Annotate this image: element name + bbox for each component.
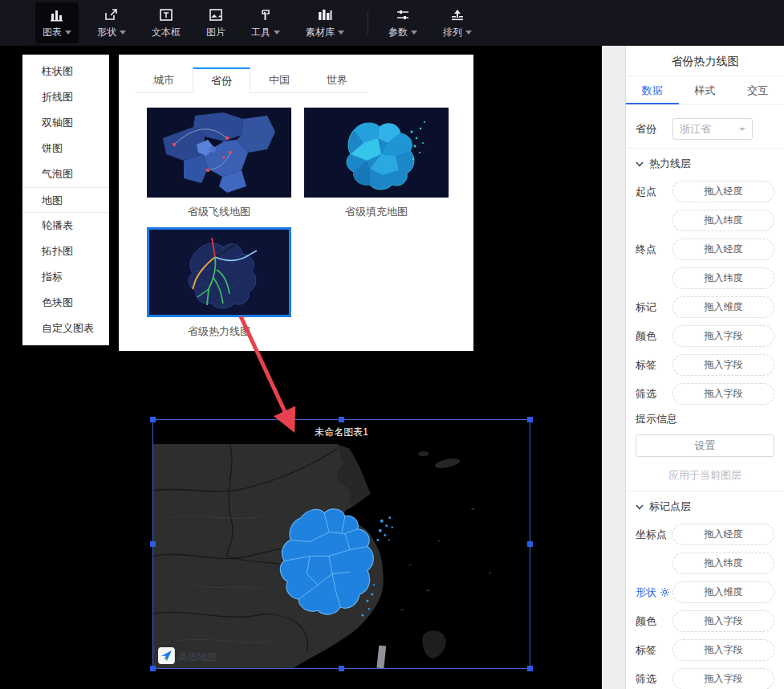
chevron-down-icon — [274, 31, 280, 35]
drop-zone-longitude[interactable]: 拖入经度 — [672, 524, 774, 545]
drop-zone-field[interactable]: 拖入字段 — [672, 325, 774, 347]
tool-arrange-button[interactable]: 排列 — [436, 2, 479, 43]
thumbnail-province-heatline-map[interactable]: 省级热力线图 — [147, 227, 291, 347]
field-label-shape: 形状 — [636, 585, 672, 600]
menu-item-indicator[interactable]: 指标 — [22, 264, 109, 290]
drop-zone-longitude[interactable]: 拖入经度 — [672, 238, 774, 260]
tool-params-button[interactable]: 参数 — [381, 2, 424, 43]
tool-charts-button[interactable]: 图表 — [35, 2, 79, 43]
map-flyout-panel: 城市 省份 中国 世界 — [119, 55, 473, 351]
arrange-align-icon — [449, 6, 465, 22]
panel-gutter — [602, 46, 625, 689]
apply-to-layer-button[interactable]: 应用于当前图层 — [636, 468, 774, 483]
field-label: 颜色 — [636, 614, 672, 629]
resize-handle-bottom-left[interactable] — [150, 666, 156, 671]
drop-zone-dimension[interactable]: 拖入维度 — [672, 581, 774, 603]
tool-image-button[interactable]: 图片 — [199, 2, 233, 43]
thumbnail-label: 省级填充地图 — [304, 198, 449, 227]
tab-city[interactable]: 城市 — [135, 67, 193, 92]
menu-item-pie-chart[interactable]: 饼图 — [22, 136, 109, 161]
resize-handle-top-right[interactable] — [527, 417, 533, 422]
field-label: 坐标点 — [636, 528, 672, 542]
field-row: 筛选 拖入字段 — [636, 668, 774, 689]
tab-style[interactable]: 样式 — [679, 76, 732, 104]
amap-logo — [158, 647, 175, 664]
tool-tools-button[interactable]: 工具 — [244, 2, 287, 43]
drop-zone-field[interactable]: 拖入字段 — [672, 383, 774, 405]
map-attribution-text: 高德地图 — [178, 651, 217, 662]
chart-widget-selected[interactable]: 未命名图表1 — [152, 419, 530, 669]
thumbnail-label: 省级热力线图 — [147, 317, 291, 347]
field-row: 标签 拖入字段 — [636, 354, 774, 376]
menu-item-bubble-chart[interactable]: 气泡图 — [22, 161, 109, 187]
field-label-text: 形状 — [636, 585, 656, 600]
thumbnail-province-filled-map[interactable]: 省级填充地图 — [304, 108, 449, 227]
tooltip-info-label: 提示信息 — [636, 412, 774, 426]
menu-item-custom-chart[interactable]: 自定义图表 — [22, 316, 109, 341]
properties-panel: 省份热力线图 数据 样式 交互 省份 浙江省 热力线层 起点 拖入经度 拖入纬度 — [625, 46, 784, 689]
image-icon — [208, 6, 224, 22]
tab-world[interactable]: 世界 — [308, 67, 366, 92]
drop-zone-latitude[interactable]: 拖入纬度 — [672, 210, 774, 231]
toolbar-separator — [368, 11, 368, 35]
chevron-down-icon — [338, 31, 344, 35]
drop-zone-field[interactable]: 拖入字段 — [672, 354, 774, 376]
tool-library-button[interactable]: 素材库 — [299, 2, 351, 43]
drop-zone-longitude[interactable]: 拖入经度 — [672, 181, 774, 202]
tool-textbox-button[interactable]: 文本框 — [144, 2, 188, 43]
menu-item-topology[interactable]: 拓扑图 — [22, 238, 109, 264]
drop-zone-latitude[interactable]: 拖入纬度 — [672, 267, 774, 289]
resize-handle-top-center[interactable] — [339, 417, 344, 422]
resize-handle-bottom-center[interactable] — [339, 666, 344, 671]
divider — [626, 148, 784, 149]
tab-province[interactable]: 省份 — [193, 67, 250, 93]
menu-item-dual-axis[interactable]: 双轴图 — [22, 110, 109, 136]
tool-label: 图表 — [43, 26, 62, 39]
section-heatline-layer[interactable]: 热力线层 — [636, 157, 774, 171]
tab-interaction[interactable]: 交互 — [731, 76, 784, 104]
field-label: 起点 — [636, 185, 672, 199]
tool-label: 文本框 — [152, 26, 181, 39]
gear-icon[interactable] — [660, 587, 670, 597]
field-row: 坐标点 拖入经度 — [636, 524, 774, 545]
divider — [626, 491, 784, 491]
chevron-down-icon — [636, 504, 644, 510]
field-row: 颜色 拖入字段 — [636, 325, 774, 347]
resize-handle-bottom-right[interactable] — [527, 666, 533, 671]
drop-zone-field[interactable]: 拖入字段 — [672, 668, 774, 689]
menu-item-color-block[interactable]: 色块图 — [22, 290, 109, 316]
field-row: 起点 拖入经度 — [636, 181, 774, 202]
section-marker-layer[interactable]: 标记点层 — [636, 499, 774, 514]
tool-shapes-button[interactable]: 形状 — [90, 2, 133, 43]
field-label: 终点 — [636, 243, 672, 257]
menu-item-map[interactable]: 地图 — [22, 187, 109, 213]
drop-zone-field[interactable]: 拖入字段 — [672, 610, 774, 632]
menu-item-line-chart[interactable]: 折线图 — [22, 84, 109, 110]
thumbnail-image — [147, 108, 291, 198]
tab-china[interactable]: 中国 — [250, 67, 308, 92]
chevron-down-icon — [411, 31, 417, 35]
chevron-down-icon — [739, 128, 745, 131]
tab-data[interactable]: 数据 — [626, 76, 679, 104]
tool-label: 排列 — [443, 26, 462, 39]
menu-item-bar-chart[interactable]: 柱状图 — [22, 59, 109, 84]
field-row: 拖入纬度 — [636, 210, 774, 231]
drop-zone-dimension[interactable]: 拖入维度 — [672, 296, 774, 318]
thumbnail-label: 省级飞线地图 — [147, 198, 291, 227]
field-label: 颜色 — [636, 329, 672, 344]
resize-handle-mid-left[interactable] — [150, 541, 156, 547]
tooltip-settings-button[interactable]: 设置 — [636, 434, 774, 457]
thumbnail-province-flightline-map[interactable]: 省级飞线地图 — [147, 108, 291, 227]
map-scope-tabs: 城市 省份 中国 世界 — [135, 67, 368, 93]
menu-item-carousel-table[interactable]: 轮播表 — [22, 213, 109, 238]
drop-zone-latitude[interactable]: 拖入纬度 — [672, 552, 774, 574]
field-row: 标记 拖入维度 — [636, 296, 774, 318]
tool-label: 素材库 — [306, 26, 335, 39]
resize-handle-mid-right[interactable] — [527, 541, 533, 547]
resize-handle-top-left[interactable] — [150, 417, 156, 422]
thumbnail-image-selected — [147, 227, 291, 317]
province-select[interactable]: 浙江省 — [672, 118, 753, 140]
field-row: 形状 拖入维度 — [636, 581, 774, 603]
drop-zone-field[interactable]: 拖入字段 — [672, 639, 774, 661]
bar-chart-icon — [49, 6, 65, 22]
